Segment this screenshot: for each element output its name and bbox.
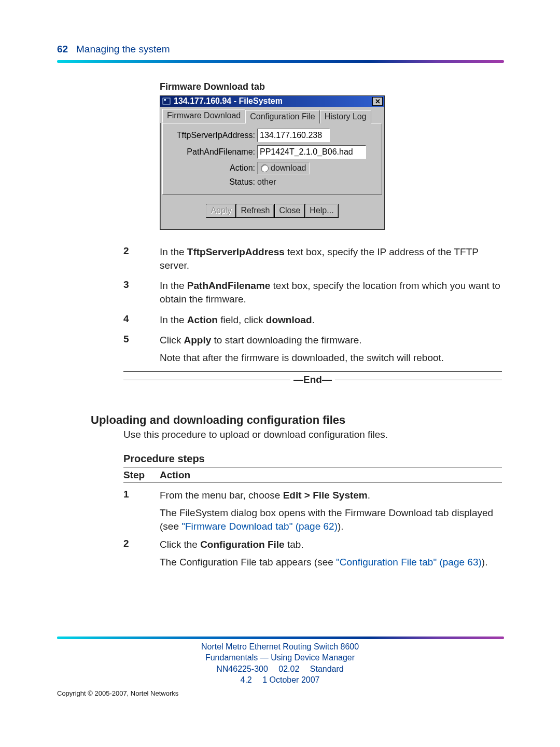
step-4: 4 In the Action field, click download. bbox=[123, 313, 504, 327]
step-2: 2 In the TftpServerIpAddress text box, s… bbox=[123, 245, 504, 272]
close-button[interactable]: Close bbox=[274, 204, 305, 218]
action-value: download bbox=[271, 163, 306, 173]
step-3: 3 In the PathAndFilename text box, speci… bbox=[123, 279, 504, 306]
procedure-steps-b: 1 From the menu bar, choose Edit > File … bbox=[123, 489, 504, 569]
link-config-file-tab[interactable]: "Configuration File tab" (page 63) bbox=[336, 557, 482, 568]
section-intro: Use this procedure to upload or download… bbox=[123, 429, 504, 440]
end-marker: —End— bbox=[123, 374, 502, 385]
procedure-steps-a: 2 In the TftpServerIpAddress text box, s… bbox=[123, 245, 504, 364]
footer-rule bbox=[57, 637, 504, 639]
tftp-label: TftpServerIpAddress: bbox=[167, 131, 257, 140]
page-number: 62 bbox=[57, 44, 68, 54]
procedure-heading: Procedure steps bbox=[123, 453, 504, 465]
dialog-title: 134.177.160.94 - FileSystem bbox=[174, 96, 283, 106]
tab-history-log[interactable]: History Log bbox=[320, 110, 371, 123]
rule bbox=[123, 467, 502, 467]
refresh-button[interactable]: Refresh bbox=[236, 204, 274, 218]
dialog-panel: TftpServerIpAddress: PathAndFilename: Ac… bbox=[162, 123, 382, 195]
tab-firmware-download[interactable]: Firmware Download bbox=[162, 109, 245, 123]
figure-caption: Firmware Download tab bbox=[160, 81, 504, 92]
filesystem-dialog: 134.177.160.94 - FileSystem ✕ Firmware D… bbox=[160, 95, 385, 230]
step-b1: 1 From the menu bar, choose Edit > File … bbox=[123, 489, 504, 533]
rule-above-end bbox=[123, 371, 502, 372]
close-icon[interactable]: ✕ bbox=[372, 97, 383, 106]
rule bbox=[123, 482, 502, 482]
dialog-buttons: Apply Refresh Close Help... bbox=[160, 197, 384, 229]
svg-rect-1 bbox=[164, 99, 166, 101]
apply-button[interactable]: Apply bbox=[206, 204, 236, 218]
status-value: other bbox=[257, 177, 276, 187]
path-label: PathAndFilename: bbox=[167, 147, 257, 157]
section-heading: Uploading and downloading configuration … bbox=[91, 413, 504, 427]
path-input[interactable] bbox=[257, 145, 366, 159]
link-firmware-tab[interactable]: "Firmware Download tab" (page 62) bbox=[181, 521, 338, 532]
tab-configuration-file[interactable]: Configuration File bbox=[245, 110, 319, 123]
dialog-tabs: Firmware Download Configuration File His… bbox=[160, 107, 384, 123]
footer-text: Nortel Metro Ethernet Routing Switch 860… bbox=[0, 641, 560, 686]
chapter-title: Managing the system bbox=[71, 44, 170, 54]
action-radio[interactable]: download bbox=[257, 162, 310, 174]
header-rule bbox=[57, 60, 504, 63]
radio-icon bbox=[261, 164, 269, 172]
copyright: Copyright © 2005-2007, Nortel Networks bbox=[57, 689, 178, 697]
svg-rect-0 bbox=[163, 98, 170, 104]
tftp-input[interactable] bbox=[257, 129, 330, 142]
window-icon bbox=[162, 98, 171, 105]
step-5: 5 Click Apply to start downloading the f… bbox=[123, 334, 504, 364]
column-headers: Step Action bbox=[123, 469, 504, 481]
step-b2: 2 Click the Configuration File tab. The … bbox=[123, 538, 504, 569]
dialog-titlebar: 134.177.160.94 - FileSystem ✕ bbox=[160, 96, 384, 107]
page-header: 62 Managing the system bbox=[57, 44, 504, 63]
action-label: Action: bbox=[167, 163, 257, 173]
status-label: Status: bbox=[167, 177, 257, 187]
help-button[interactable]: Help... bbox=[305, 204, 338, 218]
